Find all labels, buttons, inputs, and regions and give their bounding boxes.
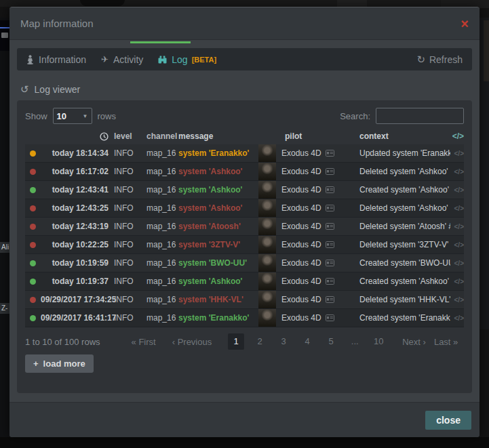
refresh-label: Refresh [429,54,463,65]
message-column-header[interactable]: message [178,131,258,141]
log-context: Deleted system 'Ashkoo' … [359,167,450,176]
status-cell [25,150,41,157]
channel-column-header[interactable]: channel [146,131,178,141]
id-card-icon [326,241,334,248]
time-column-header[interactable] [41,131,109,141]
tab-activity[interactable]: ✈ Activity [101,54,143,65]
table-row[interactable]: 09/29/2017 16:41:17 INFO map_16 system '… [25,309,464,327]
pagination-ellipsis: ... [347,333,363,350]
code-icon[interactable]: </> [450,296,464,304]
table-row[interactable]: today 16:17:02 INFO map_16 system 'Ashko… [25,163,464,181]
id-card-icon [326,150,334,157]
status-cell [25,224,41,230]
log-level: INFO [114,203,146,213]
status-dot-icon [30,297,36,303]
pilot-name: Exodus 4D [281,258,321,268]
pagination: 1 to 10 of 100 rows « First ‹ Previous 1… [25,333,464,350]
background-right-sliver [484,20,489,81]
pilot-avatar [258,144,276,162]
pagination-previous[interactable]: ‹ Previous [172,337,212,347]
table-row[interactable]: today 10:22:25 INFO map_16 system '3ZTV-… [25,236,464,254]
show-label: Show [25,111,47,121]
log-context: Deleted system 'Ashkoo' … [359,203,450,213]
pagination-last[interactable]: Last » [434,337,458,347]
table-row[interactable]: today 12:43:41 INFO map_16 system 'Ashko… [25,181,464,199]
pilot-name: Exodus 4D [281,167,321,176]
tab-label: Information [39,54,86,65]
pilot-avatar [258,199,276,217]
table-row[interactable]: today 12:43:25 INFO map_16 system 'Ashko… [25,199,464,218]
load-more-button[interactable]: + load more [25,354,94,373]
close-button[interactable]: close [425,411,471,430]
section-title-label: Log viewer [35,84,81,95]
load-more-label: load more [43,359,85,369]
pilot-cell: Exodus 4D [258,199,359,217]
table-row[interactable]: today 10:19:59 INFO map_16 system 'BWO-U… [25,254,464,272]
table-row[interactable]: today 12:43:19 INFO map_16 system 'Atoos… [25,218,464,236]
code-icon[interactable]: </> [450,314,464,322]
code-icon[interactable]: </> [450,205,464,212]
close-icon[interactable]: × [461,17,469,30]
pagination-page-5[interactable]: 5 [323,333,339,350]
code-icon[interactable]: </> [450,168,464,176]
tab-bar: Information ✈ Activity Log [BETA] ↻ Refr… [17,48,472,70]
pilot-column-header[interactable]: pilot [258,131,359,141]
code-icon[interactable]: </> [450,186,464,194]
pagination-page-2[interactable]: 2 [252,333,268,350]
table-controls: Show 10 ▼ rows Search: [25,106,464,126]
pilot-cell: Exodus 4D [258,218,359,235]
status-cell [25,242,41,248]
log-context: Updated system 'Eranakk… [359,148,450,158]
search-input[interactable] [376,108,464,124]
status-dot-icon [30,224,36,230]
pagination-next[interactable]: Next › [402,337,426,347]
table-row[interactable]: today 18:14:34 INFO map_16 system 'Erana… [25,144,464,163]
id-card-icon [326,296,334,303]
pagination-page-3[interactable]: 3 [275,333,292,350]
table-row[interactable]: 09/29/2017 17:34:25 INFO map_16 system '… [25,291,464,309]
log-message: system 'Ashkoo' [178,167,258,176]
tab-information[interactable]: Information [26,54,86,65]
code-icon[interactable]: </> [450,241,464,249]
background-bottom-strip [0,437,489,448]
code-icon[interactable]: </> [450,260,464,267]
rows-per-page-select[interactable]: 10 ▼ [53,108,92,124]
log-channel: map_16 [146,258,178,268]
code-column-icon: </> [450,131,464,141]
log-level: INFO [114,295,146,304]
modal-title: Map information [20,18,461,29]
rows-select-value: 10 [57,111,66,121]
log-channel: map_16 [146,240,178,249]
log-context: Deleted system '3ZTV-V' #… [359,240,450,249]
id-card-icon [326,260,334,266]
pilot-name: Exodus 4D [281,222,321,231]
pagination-page-4[interactable]: 4 [299,333,315,350]
pilot-name: Exodus 4D [281,240,321,249]
pagination-page-1[interactable]: 1 [228,333,244,350]
pagination-page-10[interactable]: 10 [370,333,387,350]
background-left-column [0,18,9,437]
id-card-icon [326,205,334,211]
level-column-header[interactable]: level [114,131,146,141]
status-dot-icon [30,150,36,157]
pagination-pages: 12345...10 [228,333,394,350]
refresh-button[interactable]: ↻ Refresh [416,54,463,66]
context-column-header[interactable]: context [359,131,450,141]
pilot-avatar [258,181,276,199]
code-icon[interactable]: </> [450,150,464,157]
pilot-avatar [258,218,276,235]
pilot-avatar [258,291,276,308]
log-context: Created system 'BWO-UU'… [359,258,450,268]
tab-log[interactable]: Log [BETA] [158,54,216,65]
log-channel: map_16 [146,148,178,158]
pilot-name: Exodus 4D [281,148,321,158]
code-icon[interactable]: </> [450,278,464,285]
pagination-first[interactable]: « First [132,337,156,347]
log-context: Created system 'Eranakko… [359,313,450,323]
refresh-icon: ↻ [416,54,425,66]
table-row[interactable]: today 10:19:37 INFO map_16 system 'Ashko… [25,272,464,291]
pilot-cell: Exodus 4D [258,236,359,253]
id-card-icon [326,314,334,321]
log-time: today 12:43:19 [41,222,109,231]
code-icon[interactable]: </> [450,223,464,230]
